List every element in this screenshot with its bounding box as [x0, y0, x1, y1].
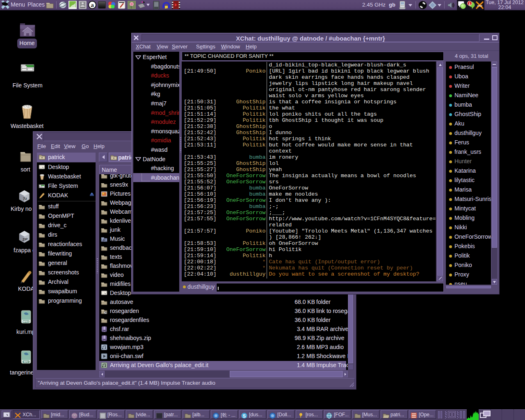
svg-text:7z: 7z	[23, 196, 27, 201]
svg-text:S: S	[243, 413, 246, 418]
svg-text:a: a	[91, 2, 94, 8]
svg-text:1: 1	[468, 2, 470, 6]
svg-text:MPEG: MPEG	[23, 320, 29, 323]
svg-text:ZIP: ZIP	[23, 237, 28, 242]
svg-text:chat: chat	[477, 5, 482, 7]
svg-text:WAV: WAV	[23, 361, 28, 363]
